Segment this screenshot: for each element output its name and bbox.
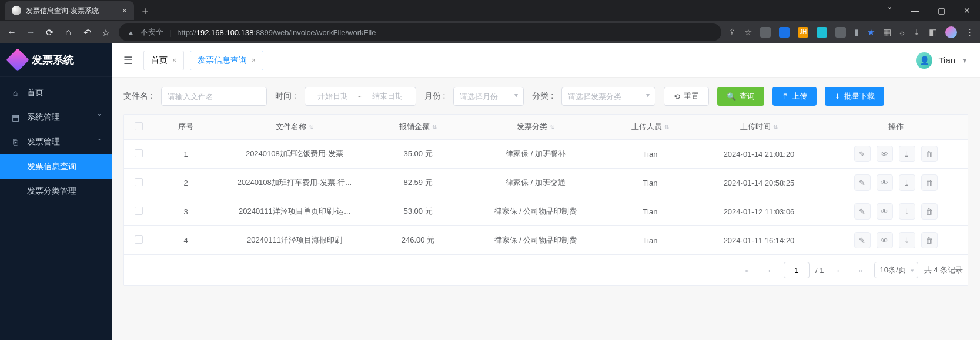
edit-button[interactable]: ✎ [854,203,871,220]
favicon [12,6,21,15]
file-name-input[interactable] [161,87,267,106]
sort-icon[interactable]: ⇅ [773,124,778,130]
forward-button[interactable]: → [25,27,36,38]
cell-uploadtime: 2024-01-14 21:01:20 [694,140,824,169]
month-select[interactable] [453,87,524,106]
extension-icon[interactable] [835,27,846,38]
tab-invoice-query[interactable]: 发票信息查询 × [190,51,263,70]
tab-label: 首页 [151,55,168,66]
delete-button[interactable]: 🗑 [921,174,938,191]
query-button[interactable]: 🔍 查询 [717,87,764,106]
extension-icon[interactable] [817,27,827,38]
batch-download-button[interactable]: ⤓ 批量下载 [825,87,884,106]
sort-icon[interactable]: ⇅ [664,124,669,130]
page-input[interactable] [784,262,810,278]
sort-icon[interactable]: ⇅ [309,124,313,130]
category-select[interactable] [561,87,655,106]
page-size-label: 10条/页 [879,265,905,275]
view-button[interactable]: 👁 [877,203,893,220]
reload-button[interactable]: ⟳ [44,27,55,38]
star-icon[interactable]: ☆ [744,27,752,38]
download-button[interactable]: ⤓ [899,232,915,248]
user-menu[interactable]: 👤 Tian ▼ [916,52,968,69]
tab-title: 发票信息查询-发票系统 [26,6,99,16]
filter-month-label: 月份 : [424,91,446,102]
sidebar-submenu: 发票信息查询 发票分类管理 [0,154,112,204]
sidebar-sub-invoice-query[interactable]: 发票信息查询 [0,154,112,179]
download-button[interactable]: ⤓ [899,174,915,191]
total-records: 共 4 条记录 [924,265,963,275]
close-icon[interactable]: × [172,56,176,65]
sort-icon[interactable]: ⇅ [550,124,554,130]
undo-button[interactable]: ↶ [81,27,93,38]
collapse-sidebar-button[interactable]: ☰ [123,54,133,67]
window-maximize[interactable]: ▢ [928,6,954,15]
delete-button[interactable]: 🗑 [921,203,938,220]
profile-avatar[interactable] [945,26,957,38]
row-checkbox[interactable] [135,178,143,186]
select-all-checkbox[interactable] [135,122,143,130]
upload-button[interactable]: ⤒ 上传 [772,87,817,106]
row-checkbox[interactable] [135,235,143,244]
sidebar-item-home[interactable]: ⌂ 首页 [0,80,112,105]
sidebar-menu: ⌂ 首页 ▤ 系统管理 ˅ ⎘ 发票管理 ˄ 发票信息查询 发票分类管理 [0,77,112,204]
back-button[interactable]: ← [6,27,18,38]
view-button[interactable]: 👁 [877,232,893,248]
close-icon[interactable]: × [252,56,256,65]
sidebar-item-invoice[interactable]: ⎘ 发票管理 ˄ [0,130,112,154]
view-button[interactable]: 👁 [877,174,893,191]
last-page-button[interactable]: » [852,262,868,278]
extension-icon[interactable] [760,27,771,38]
extension-icon[interactable]: JH [798,27,808,38]
first-page-button[interactable]: « [739,262,755,278]
extensions-menu-icon[interactable]: ▮ [854,27,859,38]
home-button[interactable]: ⌂ [62,27,74,38]
refresh-icon: ⟲ [674,92,680,101]
delete-button[interactable]: 🗑 [921,146,938,162]
download-button[interactable]: ⤓ [899,203,915,220]
next-page-button[interactable]: › [830,262,846,278]
share-icon[interactable]: ⇪ [728,27,736,38]
cell-uploadtime: 2024-01-12 11:03:06 [694,197,824,226]
close-icon[interactable]: × [122,6,127,15]
sidebar-item-system[interactable]: ▤ 系统管理 ˅ [0,105,112,130]
page-size-select[interactable]: 10条/页 [874,262,918,278]
tab-home[interactable]: 首页 × [143,51,184,70]
delete-button[interactable]: 🗑 [921,232,938,248]
cell-uploadtime: 2024-01-14 20:58:25 [694,169,824,197]
sidebar-sub-invoice-category[interactable]: 发票分类管理 [0,179,112,204]
kebab-menu-icon[interactable]: ⋮ [965,27,974,38]
row-checkbox[interactable] [135,207,143,215]
edit-button[interactable]: ✎ [854,146,871,162]
month-input[interactable] [453,87,524,106]
cell-filename: 20240111洋泾项目单页印刷-运... [218,197,371,226]
window-close[interactable]: ✕ [954,6,980,15]
new-tab-button[interactable]: ＋ [140,4,150,18]
sidepanel-icon[interactable]: ◧ [929,27,937,38]
address-bar[interactable]: ▲ 不安全 | http://192.168.100.138:8899/web/… [119,23,721,41]
download-icon[interactable]: ⤓ [913,27,921,38]
prev-page-button[interactable]: ‹ [761,262,778,278]
edit-button[interactable]: ✎ [854,232,871,248]
cell-seq: 3 [153,197,218,226]
window-minimize-dropdown[interactable]: ˅ [877,6,902,15]
bookmark-star-icon[interactable]: ☆ [100,27,112,38]
table-row: 420240111洋泾项目海报印刷246.00 元律家保 / 公司物品印制费Ti… [124,226,968,255]
view-button[interactable]: 👁 [877,146,893,162]
invoice-table: 序号 文件名称⇅ 报销金额⇅ 发票分类⇅ 上传人员⇅ 上传时间⇅ 操作 1202… [124,115,968,255]
sort-icon[interactable]: ⇅ [432,124,437,130]
window-minimize[interactable]: — [902,6,928,15]
download-button[interactable]: ⤓ [899,146,915,162]
extension-icon[interactable] [779,27,790,38]
row-checkbox[interactable] [135,149,143,157]
crop-icon[interactable]: ⟐ [899,28,905,38]
reset-button[interactable]: ⟲ 重置 [664,87,709,106]
col-category: 发票分类 [517,122,547,131]
apps-icon[interactable]: ▦ [883,27,891,38]
bookmark-filled-icon[interactable]: ★ [867,27,875,38]
edit-button[interactable]: ✎ [854,174,871,191]
browser-tab[interactable]: 发票信息查询-发票系统 × [5,1,134,20]
category-input[interactable] [561,87,655,106]
date-range-input[interactable]: 开始日期 ~ 结束日期 [305,87,416,106]
cell-category: 律家保 / 加班交通 [465,169,606,197]
